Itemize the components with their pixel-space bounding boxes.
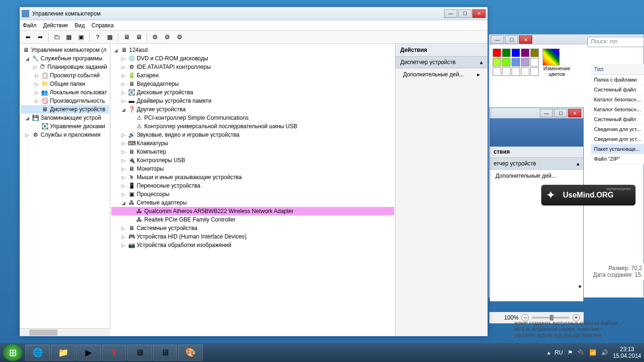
chevron-down-icon[interactable]: ▾ <box>578 283 581 290</box>
tool-button[interactable]: ⚙ <box>162 32 173 42</box>
device-category-network[interactable]: ◢🖧Сетевые адаптеры <box>111 198 394 207</box>
expand-icon[interactable]: ▷ <box>34 73 40 78</box>
actions-device-manager[interactable]: Диспетчер устройств ▴ <box>396 57 487 68</box>
list-item[interactable]: Файл "ZIP" <box>591 154 644 164</box>
device-category[interactable]: ▷▬Драйверы устройств памяти <box>111 97 394 105</box>
expand-icon[interactable]: ▷ <box>121 158 126 163</box>
expand-icon[interactable]: ▷ <box>33 65 38 70</box>
color-swatch[interactable] <box>521 67 529 76</box>
expand-icon[interactable]: ▷ <box>121 175 126 180</box>
color-swatch[interactable] <box>493 49 501 57</box>
tree-item[interactable]: ▷👥Локальные пользоват <box>21 88 109 97</box>
expand-icon[interactable]: ▷ <box>121 65 126 70</box>
list-item[interactable]: Папка с файлами <box>591 75 644 85</box>
color-swatch[interactable] <box>512 67 520 76</box>
titlebar[interactable]: Управление компьютером — ☐ ✕ <box>20 7 487 20</box>
scan-button[interactable]: 🖥 <box>121 32 132 42</box>
maximize-button[interactable]: ☐ <box>458 9 471 18</box>
device-category-other[interactable]: ◢❓Другие устройства <box>111 105 394 114</box>
color-swatch[interactable] <box>512 58 520 66</box>
device-category[interactable]: ▷🔊Звуковые, видео и игровые устройства <box>111 131 394 139</box>
menu-help[interactable]: Справка <box>91 22 114 29</box>
device-category[interactable]: ▷🖥Системные устройства <box>111 224 394 232</box>
close-button[interactable]: ✕ <box>568 109 581 117</box>
tree-item[interactable]: ▷📁Общие папки <box>21 80 109 88</box>
collapse-icon[interactable]: ◢ <box>121 200 126 206</box>
minimize-button[interactable]: — <box>491 35 504 44</box>
expand-icon[interactable]: ▷ <box>121 82 126 87</box>
tree-device-manager[interactable]: 🖥Диспетчер устройств <box>21 105 109 114</box>
menu-file[interactable]: Файл <box>23 22 37 29</box>
action-center-icon[interactable]: ⚑ <box>568 349 573 356</box>
refresh-button[interactable]: ▦ <box>105 32 115 42</box>
device-category[interactable]: ▷⚙IDE ATA/ATAPI контроллеры <box>111 63 394 71</box>
help-button[interactable]: ? <box>92 32 103 42</box>
bg2-more-actions[interactable]: Дополнительные дей... <box>490 170 583 182</box>
list-item[interactable]: Пакет установщи... <box>591 144 644 154</box>
collapse-icon[interactable]: ◢ <box>121 107 126 112</box>
expand-icon[interactable]: ▷ <box>34 90 40 95</box>
start-button[interactable] <box>3 344 23 361</box>
horizontal-scrollbar[interactable] <box>20 328 110 336</box>
volume-icon[interactable]: 🔊 <box>601 349 608 356</box>
device-category[interactable]: ▷💽Дисковые устройства <box>111 88 394 97</box>
tree-storage[interactable]: ◢💾Запоминающие устрой <box>21 114 109 122</box>
language-indicator[interactable]: RU <box>555 349 563 356</box>
device-qualcomm-adapter[interactable]: 🖧Qualcomm Atheros AR5BWB222 Wireless Net… <box>111 207 394 215</box>
tool-button[interactable]: ⚙ <box>150 32 160 42</box>
device-item[interactable]: ⚠PCI-контроллер Simple Communications <box>111 114 394 122</box>
device-category[interactable]: ▷🖥Видеоадаптеры <box>111 80 394 88</box>
task-paint[interactable]: 🎨 <box>178 345 203 361</box>
expand-icon[interactable]: ▷ <box>121 56 126 61</box>
more-actions-button[interactable]: Дополнительные дей... ▸ <box>396 68 487 81</box>
palette-grid[interactable] <box>493 49 539 76</box>
close-button[interactable]: ✕ <box>519 35 532 44</box>
collapse-icon[interactable]: ◢ <box>113 48 119 53</box>
expand-icon[interactable]: ▷ <box>121 183 126 189</box>
back-button[interactable]: ⬅ <box>23 32 33 42</box>
tree-root[interactable]: 🖥Управление компьютером (л <box>21 46 109 54</box>
tree-item[interactable]: 💽Управление дисками <box>21 122 109 131</box>
expand-icon[interactable]: ▷ <box>34 82 40 87</box>
list-item[interactable]: Сведения для уст... <box>591 134 644 144</box>
task-ie[interactable]: 🌐 <box>25 345 50 361</box>
collapse-icon[interactable]: ◢ <box>25 115 30 121</box>
device-category[interactable]: ▷📷Устройства обработки изображений <box>111 241 394 249</box>
task-mmc[interactable]: 🖥 <box>127 345 152 361</box>
expand-icon[interactable]: ▷ <box>25 132 30 138</box>
expand-icon[interactable]: ▷ <box>121 243 126 248</box>
expand-icon[interactable]: ▷ <box>121 90 126 95</box>
list-item[interactable]: Каталог безопасн... <box>591 105 644 115</box>
properties-button[interactable]: ▣ <box>76 32 86 42</box>
device-category[interactable]: ▷🖥Компьютер <box>111 148 394 156</box>
task-explorer[interactable]: 📁 <box>51 345 75 361</box>
device-category[interactable]: ▷🔌Контроллеры USB <box>111 156 394 165</box>
device-category[interactable]: ▷🖱Мыши и иные указывающие устройства <box>111 173 394 181</box>
device-category[interactable]: ▷🖥Мониторы <box>111 165 394 173</box>
color-swatch[interactable] <box>530 49 539 57</box>
tree-apps[interactable]: ▷⚙Службы и приложения <box>21 131 109 139</box>
color-swatch[interactable] <box>512 49 520 57</box>
menu-view[interactable]: Вид <box>74 22 85 29</box>
color-swatch[interactable] <box>530 67 539 76</box>
maximize-button[interactable]: ☐ <box>554 109 567 117</box>
search-input[interactable]: Поиск: mn <box>587 37 644 47</box>
zoom-slider[interactable] <box>532 317 570 319</box>
close-button[interactable]: ✕ <box>472 9 486 18</box>
network-tray-icon[interactable]: 📶 <box>589 349 596 356</box>
color-swatch[interactable] <box>502 67 511 76</box>
minimize-button[interactable]: — <box>444 9 457 18</box>
list-item[interactable]: Сведения для уст... <box>591 124 644 134</box>
minimize-button[interactable]: — <box>540 109 553 117</box>
type-column-header[interactable]: Тип <box>591 64 644 75</box>
forward-button[interactable]: ➡ <box>35 32 45 42</box>
tree-item[interactable]: ▷📋Просмотр событий <box>21 71 109 80</box>
color-swatch[interactable] <box>521 49 529 57</box>
color-swatch[interactable] <box>502 58 511 66</box>
color-swatch[interactable] <box>521 58 529 66</box>
device-item[interactable]: ⚠Контроллер универсальной последовательн… <box>111 122 394 131</box>
task-yandex[interactable]: Y <box>102 345 126 361</box>
device-category[interactable]: ▷🔋Батареи <box>111 71 394 80</box>
bg2-dispatcher[interactable]: етчер устройств▴ <box>490 158 583 170</box>
expand-icon[interactable]: ▷ <box>121 132 126 138</box>
